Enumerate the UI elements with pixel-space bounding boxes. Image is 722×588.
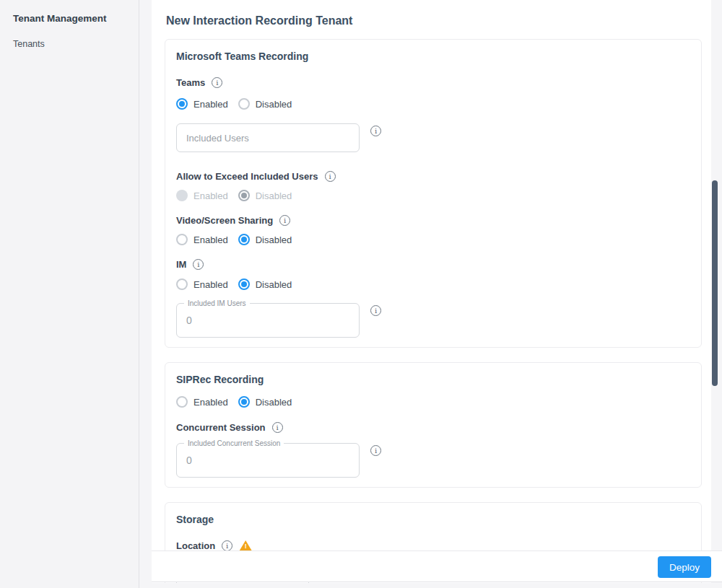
info-icon[interactable]: i [370, 445, 381, 456]
teams-radio-group: Enabled Disabled [176, 98, 690, 110]
info-icon[interactable]: i [370, 305, 381, 316]
concurrent-session-input[interactable] [177, 444, 359, 477]
page-title: New Interaction Recording Tenant [166, 14, 711, 27]
allow-exceed-radio-enabled: Enabled [176, 190, 228, 201]
deploy-button[interactable]: Deploy [658, 556, 711, 578]
scrollbar-thumb[interactable] [712, 180, 718, 386]
im-label: IM [176, 259, 186, 270]
siprec-recording-card: SIPRec Recording Enabled Disabled Concur… [165, 362, 702, 488]
radio-label-enabled: Enabled [193, 190, 228, 201]
video-screen-sharing-label: Video/Screen Sharing [176, 215, 273, 226]
im-radio-group: Enabled Disabled [176, 278, 690, 290]
video-radio-disabled[interactable]: Disabled [238, 234, 292, 245]
sidebar-item-tenants[interactable]: Tenants [0, 39, 139, 49]
siprec-radio-disabled[interactable]: Disabled [238, 396, 292, 408]
concurrent-session-label-row: Concurrent Session i [176, 422, 690, 433]
radio-unselected-icon [238, 98, 250, 110]
radio-label-enabled: Enabled [193, 397, 228, 408]
main-panel: New Interaction Recording Tenant Microso… [152, 0, 711, 583]
teams-radio-enabled[interactable]: Enabled [176, 98, 228, 110]
info-icon[interactable]: i [193, 259, 204, 270]
storage-card-title: Storage [176, 514, 690, 525]
allow-exceed-label-row: Allow to Exceed Included Users i [176, 171, 690, 182]
radio-label-disabled: Disabled [256, 99, 292, 110]
radio-label-disabled: Disabled [256, 397, 292, 408]
teams-card-title: Microsoft Teams Recording [176, 51, 690, 62]
location-label-row: Location i ! [176, 540, 690, 551]
included-im-users-row: Included IM Users i [176, 303, 690, 338]
radio-selected-icon [238, 278, 250, 290]
radio-selected-icon [238, 234, 250, 245]
radio-disabled-selected-icon [238, 190, 250, 201]
radio-label-enabled: Enabled [193, 279, 228, 290]
allow-exceed-label: Allow to Exceed Included Users [176, 171, 318, 182]
radio-label-disabled: Disabled [256, 234, 292, 245]
allow-exceed-radio-group: Enabled Disabled [176, 190, 690, 201]
teams-label: Teams [176, 77, 205, 88]
included-im-users-input[interactable] [177, 304, 359, 337]
allow-exceed-radio-disabled: Disabled [238, 190, 292, 201]
im-label-row: IM i [176, 259, 690, 270]
info-icon[interactable]: i [279, 215, 290, 226]
video-radio-enabled[interactable]: Enabled [176, 234, 228, 245]
radio-label-disabled: Disabled [256, 279, 292, 290]
radio-unselected-icon [176, 234, 188, 245]
warning-icon: ! [239, 540, 252, 551]
siprec-radio-enabled[interactable]: Enabled [176, 396, 228, 408]
info-icon[interactable]: i [222, 540, 232, 551]
concurrent-session-float-label: Included Concurrent Session [184, 439, 284, 447]
teams-label-row: Teams i [176, 77, 690, 88]
info-icon[interactable]: i [370, 126, 381, 136]
siprec-card-title: SIPRec Recording [176, 374, 690, 385]
radio-selected-icon [238, 396, 250, 408]
footer-bar: Deploy [152, 550, 722, 582]
radio-disabled-unselected-icon [176, 190, 188, 201]
video-radio-group: Enabled Disabled [176, 234, 690, 245]
location-label: Location [176, 540, 215, 551]
radio-label-enabled: Enabled [193, 234, 228, 245]
info-icon[interactable]: i [212, 77, 222, 88]
concurrent-session-label: Concurrent Session [176, 422, 266, 433]
included-users-row: i [176, 123, 690, 152]
im-radio-enabled[interactable]: Enabled [176, 278, 228, 290]
info-icon[interactable]: i [325, 171, 336, 182]
sidebar-title: Tenant Management [0, 0, 139, 24]
sidebar: Tenant Management Tenants [0, 0, 139, 588]
concurrent-session-field: Included Concurrent Session [176, 443, 360, 478]
im-radio-disabled[interactable]: Disabled [238, 278, 292, 290]
info-icon[interactable]: i [272, 422, 283, 433]
teams-recording-card: Microsoft Teams Recording Teams i Enable… [165, 39, 702, 348]
radio-label-disabled: Disabled [256, 190, 292, 201]
included-users-input[interactable] [176, 123, 360, 152]
video-label-row: Video/Screen Sharing i [176, 215, 690, 226]
siprec-radio-group: Enabled Disabled [176, 396, 690, 408]
included-im-users-float-label: Included IM Users [184, 299, 250, 307]
radio-unselected-icon [176, 278, 188, 290]
radio-unselected-icon [176, 396, 188, 408]
radio-label-enabled: Enabled [193, 99, 228, 110]
included-im-users-field: Included IM Users [176, 303, 360, 338]
teams-radio-disabled[interactable]: Disabled [238, 98, 292, 110]
concurrent-session-row: Included Concurrent Session i [176, 443, 690, 478]
radio-selected-icon [176, 98, 188, 110]
